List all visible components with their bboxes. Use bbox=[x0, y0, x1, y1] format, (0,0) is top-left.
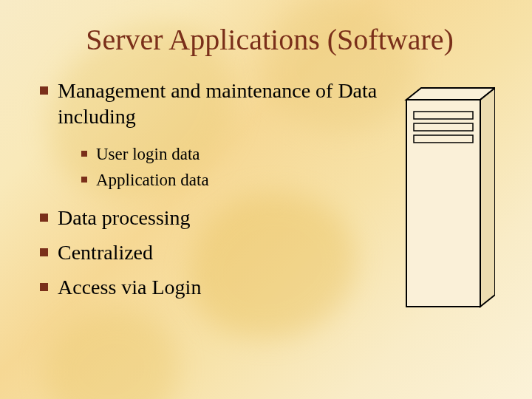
slide-content: Management and maintenance of Data inclu… bbox=[37, 78, 502, 317]
illustration-column bbox=[392, 78, 502, 317]
svg-rect-4 bbox=[414, 123, 473, 131]
sub-bullet-text: Application data bbox=[96, 171, 209, 189]
bullet-list: Management and maintenance of Data inclu… bbox=[37, 78, 384, 300]
bullet-item: Management and maintenance of Data inclu… bbox=[37, 78, 384, 191]
bullet-item: Data processing bbox=[37, 205, 384, 231]
bullet-item: Centralized bbox=[37, 239, 384, 265]
server-tower-icon bbox=[399, 85, 495, 317]
bullet-text: Data processing bbox=[58, 206, 191, 229]
text-column: Management and maintenance of Data inclu… bbox=[37, 78, 392, 309]
sub-bullet-text: User login data bbox=[96, 145, 200, 163]
slide: Server Applications (Software) Managemen… bbox=[0, 0, 532, 399]
bullet-text: Access via Login bbox=[58, 276, 201, 299]
bullet-text: Management and maintenance of Data inclu… bbox=[58, 79, 377, 128]
bullet-text: Centralized bbox=[58, 241, 153, 264]
slide-title: Server Applications (Software) bbox=[37, 22, 502, 57]
sub-bullet-list: User login data Application data bbox=[80, 143, 384, 191]
svg-marker-2 bbox=[480, 88, 495, 307]
bullet-item: Access via Login bbox=[37, 274, 384, 300]
svg-rect-5 bbox=[414, 135, 473, 143]
svg-rect-3 bbox=[414, 112, 473, 119]
sub-bullet-item: User login data bbox=[80, 143, 384, 166]
sub-bullet-item: Application data bbox=[80, 168, 384, 191]
